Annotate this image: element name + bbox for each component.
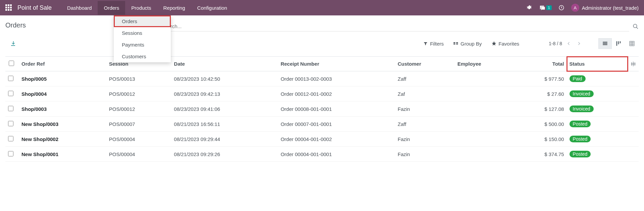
cell-order-ref: Shop/0003 xyxy=(19,101,106,117)
cell-total: $ 127.08 xyxy=(515,101,567,117)
messaging-icon[interactable]: 1 xyxy=(539,5,552,11)
pivot-view-icon[interactable] xyxy=(625,38,639,49)
search-input[interactable] xyxy=(160,21,629,31)
activities-icon[interactable] xyxy=(558,5,564,11)
status-badge: Invoiced xyxy=(569,105,594,112)
table-row[interactable]: Shop/0004 POS/00012 08/23/2023 09:42:13 … xyxy=(5,86,639,101)
cell-receipt: Order 00008-001-0001 xyxy=(278,101,395,117)
header-customer[interactable]: Customer xyxy=(395,57,455,71)
svg-rect-0 xyxy=(5,4,7,6)
filters-label: Filters xyxy=(430,41,444,47)
debug-icon[interactable] xyxy=(526,5,532,11)
row-checkbox[interactable] xyxy=(8,91,13,96)
row-checkbox[interactable] xyxy=(8,121,13,126)
nav-dashboard[interactable]: Dashboard xyxy=(61,1,98,15)
svg-rect-15 xyxy=(618,41,619,44)
svg-rect-13 xyxy=(603,44,607,45)
dropdown-payments[interactable]: Payments xyxy=(114,39,171,51)
pager-prev-icon[interactable] xyxy=(565,40,572,47)
status-badge: Posted xyxy=(569,151,591,157)
topbar: Point of Sale Dashboard Orders Products … xyxy=(0,0,644,15)
cell-employee xyxy=(455,117,515,132)
row-checkbox[interactable] xyxy=(8,106,13,111)
svg-point-20 xyxy=(633,63,634,64)
status-badge: Paid xyxy=(569,75,586,82)
cell-total: $ 977.50 xyxy=(515,71,567,86)
cell-customer: Zaff xyxy=(395,71,455,86)
status-badge: Posted xyxy=(569,136,591,142)
user-menu[interactable]: A Administrator (test_trade) xyxy=(571,4,639,12)
svg-point-19 xyxy=(634,63,635,64)
cell-customer: Fazin xyxy=(395,147,455,162)
nav-configuration[interactable]: Configuration xyxy=(191,1,233,15)
svg-rect-17 xyxy=(630,41,634,46)
apps-grid-icon[interactable] xyxy=(5,4,12,11)
dropdown-sessions[interactable]: Sessions xyxy=(114,27,171,39)
header-status[interactable]: Status xyxy=(567,57,628,71)
header-date[interactable]: Date xyxy=(171,57,278,71)
table-row[interactable]: New Shop/0003 POS/00007 08/21/2023 16:56… xyxy=(5,117,639,132)
row-checkbox[interactable] xyxy=(8,136,13,141)
nav-orders[interactable]: Orders xyxy=(98,1,125,15)
pager-next-icon[interactable] xyxy=(576,40,582,47)
cell-employee xyxy=(455,86,515,101)
export-icon[interactable] xyxy=(10,41,16,47)
svg-rect-2 xyxy=(10,4,12,6)
avatar: A xyxy=(571,4,579,12)
svg-point-10 xyxy=(633,24,637,28)
cell-order-ref: New Shop/0003 xyxy=(19,117,106,132)
table-row[interactable]: Shop/0005 POS/00013 08/23/2023 10:42:50 … xyxy=(5,71,639,86)
svg-point-18 xyxy=(631,63,632,64)
cell-receipt: Order 00012-001-0002 xyxy=(278,86,395,101)
cell-customer: Zaff xyxy=(395,117,455,132)
cell-order-ref: New Shop/0001 xyxy=(19,147,106,162)
messaging-badge: 1 xyxy=(546,5,552,10)
cell-total: $ 500.00 xyxy=(515,117,567,132)
cell-date: 08/21/2023 16:56:11 xyxy=(171,117,278,132)
cell-status: Invoiced xyxy=(567,101,628,117)
cell-customer: Fazin xyxy=(395,132,455,147)
table-row[interactable]: New Shop/0001 POS/00004 08/21/2023 09:29… xyxy=(5,147,639,162)
status-badge: Posted xyxy=(569,121,591,127)
cell-order-ref: Shop/0004 xyxy=(19,86,106,101)
cell-total: $ 27.60 xyxy=(515,86,567,101)
cell-customer: Fazin xyxy=(395,101,455,117)
column-settings-icon[interactable] xyxy=(628,57,639,71)
list-view-icon[interactable] xyxy=(598,38,612,49)
nav-reporting[interactable]: Reporting xyxy=(157,1,191,15)
favorites-button[interactable]: Favorites xyxy=(491,41,519,47)
filters-button[interactable]: Filters xyxy=(423,41,444,47)
cell-date: 08/21/2023 09:29:26 xyxy=(171,147,278,162)
cell-date: 08/21/2023 09:29:44 xyxy=(171,132,278,147)
svg-rect-4 xyxy=(8,7,9,8)
page-title: Orders xyxy=(5,21,26,29)
dropdown-orders[interactable]: Orders xyxy=(114,15,171,27)
row-checkbox[interactable] xyxy=(8,151,13,156)
groupby-button[interactable]: Group By xyxy=(453,41,482,47)
search-icon[interactable] xyxy=(633,23,639,29)
svg-rect-6 xyxy=(5,9,7,11)
cell-session: POS/00013 xyxy=(106,71,171,86)
cell-customer: Zaf xyxy=(395,86,455,101)
pager-text[interactable]: 1-8 / 8 xyxy=(549,41,562,46)
cell-session: POS/00012 xyxy=(106,86,171,101)
header-order-ref[interactable]: Order Ref xyxy=(19,57,106,71)
status-badge: Invoiced xyxy=(569,90,594,97)
cell-date: 08/23/2023 10:42:50 xyxy=(171,71,278,86)
header-employee[interactable]: Employee xyxy=(455,57,515,71)
svg-rect-12 xyxy=(603,43,607,44)
header-receipt[interactable]: Receipt Number xyxy=(278,57,395,71)
table-row[interactable]: Shop/0003 POS/00012 08/23/2023 09:41:06 … xyxy=(5,101,639,117)
kanban-view-icon[interactable] xyxy=(612,38,625,49)
header-total[interactable]: Total xyxy=(515,57,567,71)
app-name[interactable]: Point of Sale xyxy=(17,4,52,11)
select-all-checkbox[interactable] xyxy=(9,61,14,66)
pager: 1-8 / 8 xyxy=(549,40,582,47)
table-row[interactable]: New Shop/0002 POS/00004 08/21/2023 09:29… xyxy=(5,132,639,147)
cell-employee xyxy=(455,71,515,86)
dropdown-customers[interactable]: Customers xyxy=(114,51,171,62)
cell-employee xyxy=(455,147,515,162)
nav-menu: Dashboard Orders Products Reporting Conf… xyxy=(61,1,233,15)
row-checkbox[interactable] xyxy=(8,76,13,81)
nav-products[interactable]: Products xyxy=(125,1,157,15)
